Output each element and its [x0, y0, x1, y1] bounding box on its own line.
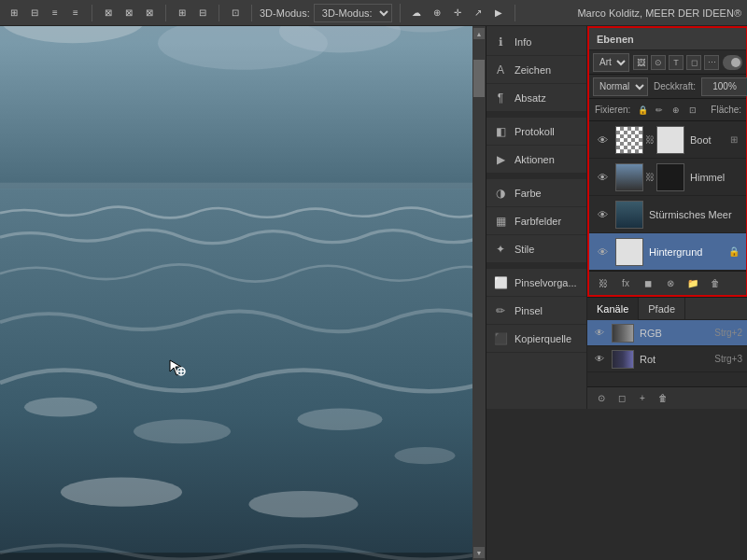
layer-row-hintergrund[interactable]: 👁 Hintergrund 🔒 — [589, 233, 746, 271]
menu-item-farbfelder[interactable]: ▦ Farbfelder — [486, 207, 586, 235]
toolbar-icon-cursor[interactable]: ⊕ — [429, 5, 445, 21]
toolbar-icon-3[interactable]: ≡ — [47, 5, 63, 21]
toolbar-icon-6[interactable]: ⊠ — [120, 5, 137, 21]
ch-eye-rot[interactable]: 👁 — [593, 354, 606, 364]
toolbar-icon-plus[interactable]: ✛ — [449, 5, 466, 21]
layer-eye-himmel[interactable]: 👁 — [595, 170, 610, 185]
ch-save-btn[interactable]: ◻ — [613, 390, 630, 407]
absatz-icon: ¶ — [492, 90, 509, 106]
menu-item-pinsel[interactable]: ✏ Pinsel — [486, 297, 586, 325]
ch-load-btn[interactable]: ⊙ — [593, 390, 610, 407]
top-toolbar: ⊞ ⊟ ≡ ≡ ⊠ ⊠ ⊠ ⊞ ⊟ ⊡ 3D-Modus: 3D-Modus: … — [0, 0, 747, 26]
layers-filter-select[interactable]: Art — [593, 53, 629, 72]
opacity-input[interactable] — [701, 77, 747, 96]
filter-icon-adj[interactable]: ⊙ — [651, 55, 666, 70]
toolbar-icon-1[interactable]: ⊞ — [6, 5, 22, 21]
layer-eye-hintergrund[interactable]: 👁 — [595, 245, 610, 259]
right-panel: ℹ Info A Zeichen ¶ Absatz ◧ Protokoll ▶ — [486, 26, 747, 560]
blend-mode-select[interactable]: Normal — [593, 77, 648, 96]
toolbar-group-3: ⊞ ⊟ — [174, 5, 219, 21]
scroll-thumb[interactable] — [473, 60, 485, 97]
toolbar-group-1: ⊞ ⊟ ≡ ≡ — [6, 5, 92, 21]
toolbar-icon-7[interactable]: ⊠ — [141, 5, 158, 21]
filter-icon-shape[interactable]: ◻ — [686, 55, 701, 70]
layer-row-meer[interactable]: 👁 Stürmisches Meer — [589, 196, 746, 233]
mode-dropdown[interactable]: 3D-Modus: — [314, 4, 392, 22]
info-icon: ℹ — [492, 34, 509, 50]
layers-blend-row: Normal Deckkraft: — [589, 75, 746, 99]
canvas-area[interactable]: ▲ ▼ — [0, 26, 486, 560]
menu-item-stile[interactable]: ✦ Stile — [486, 235, 586, 263]
fix-icon-all[interactable]: ⊡ — [686, 104, 699, 117]
layers-mask-btn[interactable]: ◼ — [640, 275, 656, 292]
toolbar-icon-2[interactable]: ⊟ — [26, 5, 43, 21]
ch-eye-rgb[interactable]: 👁 — [593, 328, 606, 338]
svg-point-11 — [395, 447, 456, 464]
filter-toggle[interactable] — [723, 55, 742, 70]
layers-fx-btn[interactable]: fx — [617, 275, 634, 292]
toolbar-icon-cloud[interactable]: ☁ — [408, 5, 425, 21]
farbe-icon: ◑ — [492, 185, 509, 202]
channel-row-rot[interactable]: 👁 Rot Strg+3 — [587, 346, 747, 372]
ch-name-rgb: RGB — [640, 328, 709, 339]
toolbar-icon-5[interactable]: ⊠ — [100, 5, 117, 21]
filter-icon-smart[interactable]: ⋯ — [704, 55, 719, 70]
toolbar-icon-10[interactable]: ⊡ — [227, 5, 244, 21]
menu-item-kopierquelle[interactable]: ⬛ Kopierquelle — [486, 325, 586, 353]
layer-row-himmel[interactable]: 👁 ⛓ Himmel — [589, 159, 746, 196]
channels-tabs: Kanäle Pfade — [587, 298, 747, 320]
layer-eye-meer[interactable]: 👁 — [595, 207, 610, 222]
farbfelder-icon: ▦ — [492, 213, 509, 230]
menu-label-stile: Stile — [514, 244, 534, 255]
layers-panel: Ebenen Art 🖼 ⊙ T ◻ ⋯ — [587, 26, 747, 297]
filter-icon-img[interactable]: 🖼 — [633, 55, 648, 70]
menu-item-absatz[interactable]: ¶ Absatz — [486, 84, 586, 112]
pinselvorga-icon: ⬜ — [492, 274, 509, 291]
canvas-scrollbar[interactable]: ▲ ▼ — [472, 26, 486, 560]
layers-delete-btn[interactable]: 🗑 — [707, 275, 724, 292]
toolbar-group-6: ☁ ⊕ ✛ ↗ ▶ — [408, 5, 515, 21]
filter-icon-type[interactable]: T — [669, 55, 684, 70]
tab-pfade[interactable]: Pfade — [639, 298, 685, 320]
layer-actions-boot: ⊞ — [727, 133, 740, 147]
fix-icon-lock[interactable]: 🔒 — [636, 104, 649, 117]
layers-adjustment-btn[interactable]: ⊗ — [662, 275, 679, 292]
toggle-knob — [731, 58, 740, 67]
menu-panel: ℹ Info A Zeichen ¶ Absatz ◧ Protokoll ▶ — [486, 26, 587, 409]
toolbar-icon-arrow[interactable]: ↗ — [470, 5, 486, 21]
menu-item-zeichen[interactable]: A Zeichen — [486, 56, 586, 84]
fix-icon-move[interactable]: ⊕ — [669, 104, 683, 117]
tab-kanaele[interactable]: Kanäle — [587, 298, 639, 320]
toolbar-icon-9[interactable]: ⊟ — [194, 5, 211, 21]
fix-icon-brush[interactable]: ✏ — [653, 104, 666, 117]
toolbar-icon-8[interactable]: ⊞ — [174, 5, 190, 21]
channel-row-rgb[interactable]: 👁 RGB Strg+2 — [587, 320, 747, 346]
right-content: ℹ Info A Zeichen ¶ Absatz ◧ Protokoll ▶ — [486, 26, 747, 409]
layer-eye-boot[interactable]: 👁 — [595, 133, 610, 147]
menu-item-pinselvorga[interactable]: ⬜ Pinselvorga... — [486, 269, 586, 297]
ch-thumb-rot — [612, 350, 634, 369]
layer-action-icon-boot[interactable]: ⊞ — [727, 133, 740, 147]
scroll-down-btn[interactable]: ▼ — [473, 547, 485, 558]
menu-label-protokoll: Protokoll — [514, 126, 555, 137]
menu-item-farbe[interactable]: ◑ Farbe — [486, 179, 586, 207]
menu-label-zeichen: Zeichen — [514, 64, 551, 76]
layers-link-btn[interactable]: ⛓ — [595, 275, 612, 292]
scroll-up-btn[interactable]: ▲ — [473, 28, 485, 39]
layers-panel-header: Ebenen — [589, 28, 746, 50]
menu-item-aktionen[interactable]: ▶ Aktionen — [486, 146, 586, 174]
menu-item-protokoll[interactable]: ◧ Protokoll — [486, 118, 586, 146]
toolbar-icon-4[interactable]: ≡ — [67, 5, 84, 21]
svg-point-10 — [298, 409, 383, 430]
menu-item-info[interactable]: ℹ Info — [486, 28, 586, 56]
svg-rect-6 — [0, 183, 486, 189]
layer-thumb-group-hintergrund — [615, 238, 643, 266]
layer-row-boot[interactable]: 👁 ⛓ Boot ⊞ — [589, 121, 746, 159]
layer-thumb-group-boot: ⛓ — [615, 126, 684, 154]
menu-label-pinsel: Pinsel — [514, 305, 543, 316]
toolbar-icon-video[interactable]: ▶ — [490, 5, 507, 21]
layers-group-btn[interactable]: 📁 — [684, 275, 701, 292]
ch-new-btn[interactable]: + — [634, 390, 651, 407]
ch-delete-btn[interactable]: 🗑 — [655, 390, 671, 407]
layers-fix-row: Fixieren: 🔒 ✏ ⊕ ⊡ Fläche: — [589, 99, 746, 121]
